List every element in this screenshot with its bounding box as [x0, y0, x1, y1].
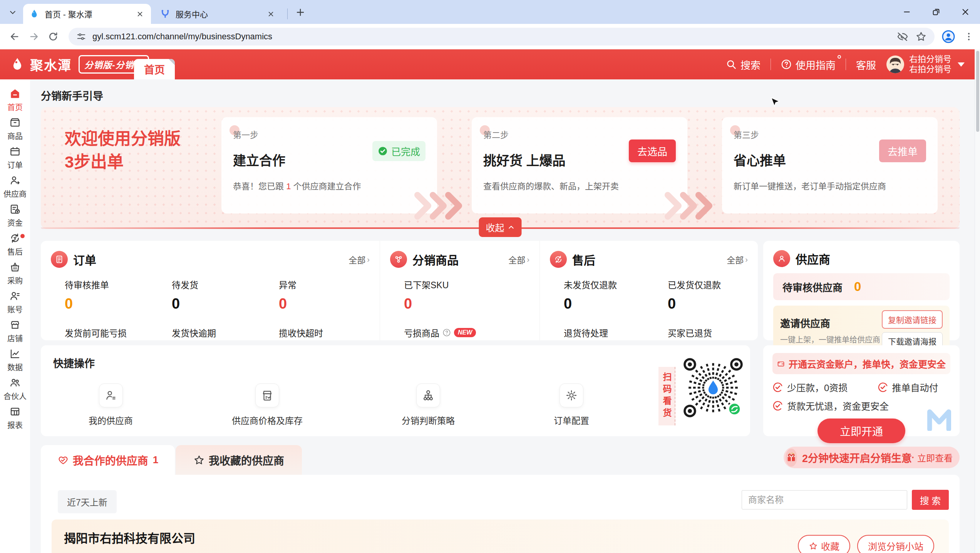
account-names: 右拍分销号 右拍分销号	[909, 54, 952, 75]
sidebar-item-home[interactable]: 首页	[0, 86, 30, 114]
copy-invite-link-button[interactable]: 复制邀请链接	[882, 310, 943, 329]
reload-icon[interactable]	[45, 28, 62, 45]
sidebar-item-suppliers[interactable]: 供应商	[0, 172, 30, 201]
supplier-icon	[9, 175, 21, 186]
header-search[interactable]: 搜索	[726, 57, 761, 72]
profile-avatar-icon[interactable]	[941, 30, 955, 44]
welcome-line1: 欢迎使用分销版	[65, 127, 181, 150]
aftersale-all-link[interactable]: 全部›	[727, 253, 748, 266]
back-icon[interactable]	[6, 28, 23, 45]
browser-menu-icon[interactable]	[964, 32, 974, 42]
sidebar-label: 报表	[7, 419, 23, 430]
tab-close-icon[interactable]	[265, 8, 276, 20]
search-button[interactable]: 搜 索	[912, 490, 949, 510]
tab-search-icon[interactable]	[5, 5, 20, 20]
stat-item[interactable]: 异常0	[279, 278, 370, 312]
window-restore-icon[interactable]	[921, 0, 951, 24]
question-circle-icon	[781, 59, 792, 70]
account-menu[interactable]: 右拍分销号 右拍分销号	[886, 54, 965, 75]
page-scrollbar[interactable]	[975, 49, 980, 553]
tab-close-icon[interactable]	[134, 8, 146, 20]
browser-tab-service[interactable]: 服务中心	[154, 4, 282, 24]
sidebar-item-orders[interactable]: 订单	[0, 143, 30, 172]
pending-suppliers-row[interactable]: 待审核供应商 0	[773, 273, 950, 300]
sidebar-item-purchase[interactable]: 采购	[0, 259, 30, 288]
header-tab-home[interactable]: 首页	[134, 59, 175, 79]
privacy-eye-off-icon[interactable]	[897, 31, 908, 42]
wallet-icon	[777, 358, 785, 370]
check-ring-icon	[772, 400, 783, 411]
stat-item[interactable]: 未发货仅退款0	[564, 278, 668, 312]
favorite-button[interactable]: 收藏	[798, 535, 850, 553]
welcome-line2: 3步出单	[65, 150, 181, 173]
stat-item[interactable]: 已发货仅退款0	[668, 278, 748, 312]
sidebar-item-shops[interactable]: 店铺	[0, 317, 30, 346]
check-ring-icon	[772, 382, 783, 393]
collapse-button[interactable]: 收起	[479, 217, 522, 237]
step-desc-count: 1	[286, 182, 291, 191]
products-all-link[interactable]: 全部›	[508, 253, 529, 266]
window-close-icon[interactable]	[951, 0, 980, 24]
user-avatar	[886, 55, 905, 74]
quick-item-price-stock[interactable]: 供应商价格及库存	[232, 383, 303, 427]
quick-item-order-config[interactable]: 订单配置	[554, 383, 589, 427]
open-fund-account-button[interactable]: 立即开通	[818, 419, 905, 443]
chevron-right-icon: ›	[745, 255, 748, 264]
sidebar-item-reports[interactable]: 报表	[0, 403, 30, 432]
sidebar-label: 资金	[7, 217, 23, 228]
sidebar-item-account[interactable]: 账号	[0, 288, 30, 317]
sidebar-item-data[interactable]: 数据	[0, 346, 30, 375]
help-circle-icon[interactable]	[442, 328, 451, 337]
window-minimize-icon[interactable]	[892, 0, 921, 24]
step-card-1: 第一步 建立合作 已完成 恭喜！您已跟 1 个供应商建立合作	[221, 117, 437, 213]
aftersale-section: 售后 全部› 未发货仅退款0 已发货仅退款0 退货待处理0 买家已退货0	[539, 241, 758, 340]
url-omnibox[interactable]: gyl.scm121.com/channel/my/businessDynami…	[69, 28, 935, 45]
site-settings-icon[interactable]	[76, 32, 86, 42]
recent-7days-filter[interactable]: 近7天上新	[58, 490, 117, 513]
supplier-company-card[interactable]: 揭阳市右拍科技有限公司 在线支付 推广赚钱 VIP 处理售后 收藏 浏览分销小站	[52, 519, 949, 553]
promo-banner[interactable]: 2分钟快速开启分销生意 立即查看	[784, 447, 960, 468]
fund-title: 开通云资金账户，推单快，资金更安全	[789, 357, 946, 370]
stat-item[interactable]: 待审核推单0	[65, 278, 172, 312]
status-badge-label: 已完成	[391, 144, 420, 158]
browser-address-bar: gyl.scm121.com/channel/my/businessDynami…	[0, 24, 980, 49]
quick-item-my-suppliers[interactable]: 我的供应商	[89, 383, 133, 427]
sidebar-item-goods[interactable]: 商品	[0, 114, 30, 143]
account-name: 右拍分销号	[909, 54, 952, 64]
quick-item-label: 订单配置	[554, 413, 589, 427]
sidebar-item-partners[interactable]: 合伙人	[0, 375, 30, 403]
push-orders-button[interactable]: 去推单	[879, 140, 926, 162]
bookmark-star-icon[interactable]	[915, 31, 927, 42]
merchant-name-input[interactable]	[742, 490, 907, 509]
section-title: 售后	[572, 251, 595, 268]
stat-item[interactable]: 待发货0	[172, 278, 279, 312]
step-desc: 查看供应商的爆款、新品，上架开卖	[483, 179, 676, 192]
sidebar-item-aftersale[interactable]: 售后	[0, 230, 30, 259]
visit-store-button[interactable]: 浏览分销小站	[857, 535, 934, 553]
suppliers-card: 供应商 待审核供应商 0 邀请供应商 一键上架，一键推单给供应商 复制邀请链接 …	[763, 241, 960, 340]
promo-view-link[interactable]: 立即查看	[917, 451, 953, 464]
header-search-label: 搜索	[740, 57, 761, 72]
browser-tab-home[interactable]: 首页 - 聚水潭	[23, 4, 151, 24]
stat-item[interactable]: 已下架SKU0	[404, 278, 529, 312]
visit-label: 浏览分销小站	[868, 539, 923, 553]
header-service[interactable]: 客服	[856, 57, 876, 72]
check-ring-icon	[878, 382, 888, 393]
products-section: 分销商品 全部› 已下架SKU0 亏损商品 NEW - 利润检测	[380, 241, 539, 340]
quick-item-strategy[interactable]: 分销判断策略	[402, 383, 455, 427]
new-tab-icon[interactable]	[293, 5, 307, 19]
scrollbar-thumb[interactable]	[976, 51, 979, 132]
new-badge: NEW	[454, 328, 476, 337]
select-products-button[interactable]: 去选品	[629, 140, 676, 162]
my-supplier-icon	[99, 383, 123, 407]
tab-cooperated-suppliers[interactable]: 我合作的供应商 1	[41, 445, 175, 475]
sidebar-item-funds[interactable]: 资金	[0, 201, 30, 230]
forward-icon[interactable]	[25, 28, 42, 45]
jushuitan-favicon-icon	[29, 9, 39, 19]
loss-label: 亏损商品	[404, 326, 439, 339]
pending-suppliers-value: 0	[854, 279, 861, 294]
step-card-3: 第三步 省心推单 去推单 新订单一键推送，老订单手动指定供应商	[722, 117, 938, 213]
orders-all-link[interactable]: 全部›	[348, 253, 370, 266]
tab-favorite-suppliers[interactable]: 我收藏的供应商	[176, 445, 302, 475]
header-guide[interactable]: 使用指南	[781, 57, 836, 72]
